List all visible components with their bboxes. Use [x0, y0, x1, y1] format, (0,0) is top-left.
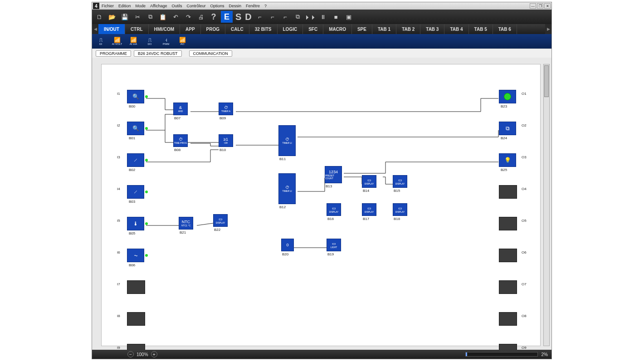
input-block-b03[interactable]: ⟋ — [127, 185, 144, 199]
palette-ai-volt[interactable]: 📶AI VOLT — [110, 35, 124, 48]
output-block-b23[interactable] — [499, 90, 516, 103]
palette-ai-ma[interactable]: 📶AI mA — [127, 35, 140, 48]
tab-5[interactable]: TAB 5 — [469, 24, 493, 34]
tab-1[interactable]: TAB 1 — [372, 24, 396, 34]
menu-mode[interactable]: Mode — [136, 4, 146, 8]
menu-controleur[interactable]: Contrôleur — [186, 4, 205, 8]
scroll-thumb[interactable] — [544, 65, 549, 97]
logic-block-b08[interactable]: ⏱TIME PROG — [173, 134, 188, 147]
close-button[interactable]: ✕ — [544, 3, 551, 9]
logic-block-b10[interactable]: ≥1OR — [219, 134, 233, 147]
tool-g7[interactable]: ■ — [331, 11, 342, 22]
logic-block-b09[interactable]: ⏱TIMER A — [219, 103, 233, 115]
logic-block-b11[interactable]: ⏱TIMER LI — [278, 125, 296, 156]
logic-block-b12[interactable]: ⏱TIMER LI — [278, 173, 296, 204]
tab-spe[interactable]: SPE — [352, 24, 372, 34]
output-empty-o9[interactable] — [499, 344, 517, 350]
tab-inout[interactable]: IN/OUT — [98, 24, 125, 34]
output-empty-o7[interactable] — [499, 280, 517, 294]
logic-block-b07[interactable]: &AND — [173, 103, 188, 115]
save-button[interactable]: 💾 — [119, 11, 130, 22]
tool-g4[interactable]: ⧉ — [293, 11, 303, 22]
tab-ctrl[interactable]: CTRL — [125, 24, 149, 34]
menu-dessin[interactable]: Dessin — [229, 4, 242, 8]
palette-ao[interactable]: 📶AO — [176, 35, 189, 48]
minimize-button[interactable]: — — [530, 3, 536, 9]
sheet-b26-24vdc[interactable]: B26 24VDC ROBUST — [134, 50, 182, 57]
tool-g8[interactable]: ▣ — [343, 11, 354, 22]
work-area[interactable]: I1🔍B00I2🔍B01I3⟋B02I4⟋B03I5🌡B05I6⏦B06I7I8… — [92, 58, 551, 350]
menu-affichage[interactable]: Affichage — [150, 4, 167, 8]
output-empty-o8[interactable] — [499, 312, 517, 326]
input-block-b01[interactable]: 🔍 — [127, 122, 144, 135]
tool-g6[interactable]: ⏸ — [318, 11, 329, 22]
logic-block-b18[interactable]: ▭DISPLAY — [393, 203, 407, 216]
mode-d-button[interactable]: D — [244, 12, 252, 22]
sheet-communication[interactable]: COMMUNICATION — [189, 50, 232, 57]
logic-block-b19[interactable]: ▭LIGHT — [327, 239, 341, 251]
mode-e-button[interactable]: E — [221, 11, 233, 23]
logic-block-b13[interactable]: 1234PRESET COUNT — [325, 166, 342, 183]
menu-fichier[interactable]: Fichier — [102, 4, 114, 8]
tab-32bits[interactable]: 32 BITS — [249, 24, 278, 34]
output-block-b24[interactable]: ⧉ — [499, 122, 516, 135]
tab-prog[interactable]: PROG — [201, 24, 225, 34]
tab-scroll-left[interactable]: ◀ — [92, 24, 98, 34]
tool-g2[interactable]: ⌐ — [267, 11, 278, 22]
palette-pwm[interactable]: ⫞PWM — [159, 35, 173, 48]
mode-s-button[interactable]: S — [234, 12, 242, 22]
undo-button[interactable]: ↶ — [170, 11, 181, 22]
diagram-canvas[interactable]: I1🔍B00I2🔍B01I3⟋B02I4⟋B03I5🌡B05I6⏦B06I7I8… — [101, 64, 541, 346]
menu-fenetre[interactable]: Fenêtre — [246, 4, 260, 8]
input-block-b00[interactable]: 🔍 — [127, 90, 144, 103]
paste-button[interactable]: 📋 — [157, 11, 168, 22]
tab-logic[interactable]: LOGIC — [278, 24, 303, 34]
tab-3[interactable]: TAB 3 — [420, 24, 444, 34]
tab-sfc[interactable]: SFC — [303, 24, 323, 34]
output-block-b25[interactable]: 💡 — [499, 153, 516, 167]
input-empty-i9[interactable] — [127, 344, 145, 350]
palette-do[interactable]: ⎍DO — [143, 35, 156, 48]
menu-outils[interactable]: Outils — [171, 4, 182, 8]
input-empty-i8[interactable] — [127, 312, 145, 326]
tab-hmicom[interactable]: HMI/COM — [149, 24, 180, 34]
zoom-in-button[interactable]: + — [151, 351, 157, 357]
output-empty-o6[interactable] — [499, 249, 517, 262]
tool-g1[interactable]: ⌐ — [254, 11, 265, 22]
tab-4[interactable]: TAB 4 — [444, 24, 468, 34]
output-empty-o5[interactable] — [499, 217, 517, 230]
menu-help[interactable]: ? — [264, 4, 267, 8]
new-doc-button[interactable]: 🗋 — [94, 11, 105, 22]
input-block-b05[interactable]: 🌡 — [127, 217, 144, 230]
tab-calc[interactable]: CALC — [225, 24, 249, 34]
redo-button[interactable]: ↷ — [183, 11, 194, 22]
input-block-b02[interactable]: ⟋ — [127, 153, 144, 167]
menu-edition[interactable]: Edition — [118, 4, 131, 8]
copy-button[interactable]: ⧉ — [145, 11, 156, 22]
logic-block-b17[interactable]: ▭DISPLAY — [362, 203, 376, 216]
print-button[interactable]: 🖨 — [195, 11, 206, 22]
open-button[interactable]: 📂 — [107, 11, 117, 22]
tab-6[interactable]: TAB 6 — [493, 24, 517, 34]
tab-2[interactable]: TAB 2 — [396, 24, 420, 34]
vertical-scrollbar[interactable] — [543, 64, 550, 346]
logic-block-b21[interactable]: NTCNTC1 °C — [179, 217, 193, 230]
help-button[interactable]: ? — [208, 11, 219, 22]
tool-g3[interactable]: ⌐ — [280, 11, 291, 22]
logic-block-b14[interactable]: ▭DISPLAY — [362, 175, 376, 188]
palette-di[interactable]: ⎍DI — [94, 35, 107, 48]
tab-macro[interactable]: MACRO — [323, 24, 352, 34]
logic-block-b16[interactable]: ▭DISPLAY — [327, 203, 341, 216]
menu-options[interactable]: Options — [210, 4, 224, 8]
tab-scroll-right[interactable]: ▶ — [545, 24, 551, 34]
sheet-programme[interactable]: PROGRAMME — [96, 50, 131, 57]
tab-app[interactable]: APP — [180, 24, 201, 34]
input-empty-i7[interactable] — [127, 280, 145, 294]
maximize-button[interactable]: ❐ — [537, 3, 543, 9]
logic-block-b20[interactable]: 0 — [281, 239, 294, 251]
output-empty-o4[interactable] — [499, 185, 517, 199]
cut-button[interactable]: ✂ — [132, 11, 143, 22]
logic-block-b22[interactable]: ▭DISPLAY — [213, 214, 228, 227]
tool-g5[interactable]: ⏵⏵ — [305, 11, 316, 22]
input-block-b06[interactable]: ⏦ — [127, 249, 144, 262]
